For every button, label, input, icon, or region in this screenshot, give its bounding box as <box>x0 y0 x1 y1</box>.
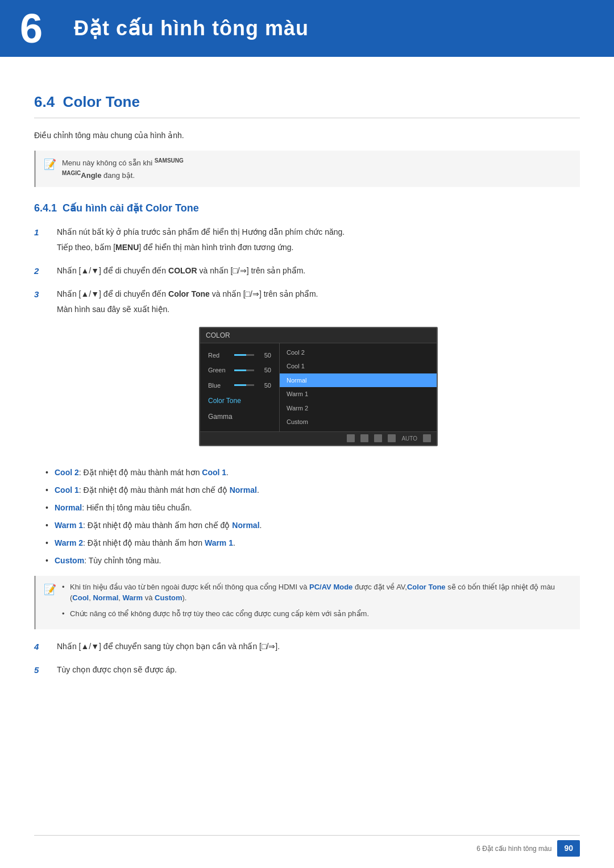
menu-left: Red 50 Green <box>200 343 280 431</box>
slider-green-value: 50 <box>258 366 271 375</box>
chapter-header: 6 Đặt cấu hình tông màu <box>0 0 614 57</box>
menu-item-color-tone[interactable]: Color Tone <box>200 393 279 409</box>
intro-text: Điều chỉnh tông màu chung của hình ảnh. <box>34 130 580 142</box>
step-4: 4 Nhấn [▲/▼] để chuyển sang tùy chọn bạn… <box>34 641 580 656</box>
slider-red-fill <box>234 354 246 356</box>
bullet-cool2-ref: Cool 1 <box>202 468 226 477</box>
note-cool-ref: Cool <box>72 593 89 602</box>
step-1-content: Nhấn nút bất kỳ ở phía trước sản phẩm để… <box>57 226 580 257</box>
step-1-number: 1 <box>34 226 57 239</box>
page-footer: 6 Đặt cấu hình tông màu 90 <box>34 835 580 857</box>
bullet-item-cool1: Cool 1: Đặt nhiệt độ màu thành mát hơn c… <box>45 484 580 496</box>
chapter-title: Đặt cấu hình tông màu <box>63 13 309 44</box>
slider-red-value: 50 <box>258 351 271 360</box>
slider-red-bar <box>234 354 254 356</box>
slider-red-label: Red <box>208 351 231 360</box>
note-box-1: 📝 Menu này không có sẵn khi SAMSUNGMAGIC… <box>34 151 580 187</box>
note-colortone-ref: Color Tone <box>407 583 446 591</box>
note-sub-2: Chức năng có thể không được hỗ trợ tùy t… <box>62 608 572 620</box>
submenu-cool1[interactable]: Cool 1 <box>280 359 437 373</box>
step-2-number: 2 <box>34 265 57 278</box>
bullet-item-cool2: Cool 2: Đặt nhiệt độ màu thành mát hơn C… <box>45 467 580 479</box>
nav-icon-2 <box>360 434 368 442</box>
slider-row-red: Red 50 <box>200 348 279 363</box>
slider-green-label: Green <box>208 366 231 375</box>
step-3-number: 3 <box>34 288 57 301</box>
steps-list: 1 Nhấn nút bất kỳ ở phía trước sản phẩm … <box>34 226 580 458</box>
note-icon-2: 📝 <box>44 582 56 597</box>
section-title: 6.4 Color Tone <box>34 91 580 118</box>
footer-text: 6 Đặt cấu hình tông màu <box>476 844 551 854</box>
note-sub-1: Khi tín hiệu đầu vào từ bên ngoài được k… <box>62 582 572 604</box>
bullet-warm2-ref: Warm 1 <box>205 538 233 547</box>
slider-blue-fill <box>234 384 246 386</box>
step-1-line-1: Nhấn nút bất kỳ ở phía trước sản phẩm để… <box>57 226 580 238</box>
bullet-list: Cool 2: Đặt nhiệt độ màu thành mát hơn C… <box>45 467 580 567</box>
note-icon-1: 📝 <box>44 157 56 172</box>
nav-icon-4 <box>388 434 396 442</box>
note-warm-ref: Warm <box>123 593 143 602</box>
submenu-warm1[interactable]: Warm 1 <box>280 387 437 401</box>
page-number: 90 <box>557 840 580 857</box>
step-4-content: Nhấn [▲/▼] để chuyển sang tùy chọn bạn c… <box>57 641 580 656</box>
step-5: 5 Tùy chọn được chọn sẽ được áp. <box>34 664 580 679</box>
monitor-bottom-bar: AUTO <box>200 431 437 445</box>
bullet-cool2-label: Cool 2 <box>55 468 79 477</box>
nav-icon-1 <box>347 434 355 442</box>
subsection-title: 6.4.1 Cấu hình cài đặt Color Tone <box>34 201 580 216</box>
slider-blue-value: 50 <box>258 381 271 391</box>
chapter-number: 6 <box>0 0 63 57</box>
step-3-line-1: Nhấn [▲/▼] để di chuyển đến Color Tone v… <box>57 288 580 300</box>
step-5-line-1: Tùy chọn được chọn sẽ được áp. <box>57 664 580 676</box>
bullet-custom-label: Custom <box>55 556 84 565</box>
menu-item-gamma[interactable]: Gamma <box>200 409 279 425</box>
nav-icon-3 <box>374 434 382 442</box>
bullet-item-warm1: Warm 1: Đặt nhiệt độ màu thành ấm hơn ch… <box>45 520 580 531</box>
step-4-line-1: Nhấn [▲/▼] để chuyển sang tùy chọn bạn c… <box>57 641 580 653</box>
step-3-content: Nhấn [▲/▼] để di chuyển đến Color Tone v… <box>57 288 580 458</box>
bullet-item-normal: Normal: Hiển thị tông màu tiêu chuẩn. <box>45 502 580 514</box>
submenu-normal[interactable]: Normal <box>280 373 437 388</box>
step-1-line-2: Tiếp theo, bấm [MENU] để hiển thị màn hì… <box>57 242 580 254</box>
slider-green-bar <box>234 369 254 371</box>
slider-blue-label: Blue <box>208 381 231 391</box>
step-3-line-2: Màn hình sau đây sẽ xuất hiện. <box>57 304 580 315</box>
bullet-normal-label: Normal <box>55 503 82 512</box>
note-custom-ref: Custom <box>155 593 182 602</box>
step-5-content: Tùy chọn được chọn sẽ được áp. <box>57 664 580 679</box>
monitor-screen: COLOR Red 50 <box>199 327 438 446</box>
step-2-content: Nhấn [▲/▼] để di chuyển đến COLOR và nhấ… <box>57 265 580 280</box>
step-5-number: 5 <box>34 664 57 677</box>
note-text-1: Menu này không có sẵn khi SAMSUNGMAGICAn… <box>62 156 184 181</box>
step-2-line-1: Nhấn [▲/▼] để di chuyển đến COLOR và nhấ… <box>57 265 580 277</box>
bullet-warm1-label: Warm 1 <box>55 521 83 530</box>
note-box-2: 📝 Khi tín hiệu đầu vào từ bên ngoài được… <box>34 576 580 630</box>
monitor-menu-bar: COLOR <box>200 328 437 343</box>
bullet-item-warm2: Warm 2: Đặt nhiệt độ màu thành ấm hơn Wa… <box>45 537 580 549</box>
note-sub-bullets: Khi tín hiệu đầu vào từ bên ngoài được k… <box>62 582 572 624</box>
step-1: 1 Nhấn nút bất kỳ ở phía trước sản phẩm … <box>34 226 580 257</box>
auto-label: AUTO <box>401 434 417 443</box>
slider-row-green: Green 50 <box>200 363 279 378</box>
submenu-warm2[interactable]: Warm 2 <box>280 401 437 416</box>
bullet-warm2-label: Warm 2 <box>55 538 83 547</box>
note-pcav-ref: PC/AV Mode <box>309 583 352 591</box>
monitor-menu-content: Red 50 Green <box>200 343 437 431</box>
slider-green-fill <box>234 369 246 371</box>
submenu-custom[interactable]: Custom <box>280 415 437 429</box>
monitor-screenshot: COLOR Red 50 <box>199 327 438 446</box>
main-content: 6.4 Color Tone Điều chỉnh tông màu chung… <box>0 57 614 721</box>
slider-blue-bar <box>234 384 254 386</box>
submenu-cool2[interactable]: Cool 2 <box>280 346 437 360</box>
bullet-cool1-label: Cool 1 <box>55 485 79 495</box>
slider-row-blue: Blue 50 <box>200 378 279 393</box>
nav-icon-5 <box>423 434 431 442</box>
menu-right: Cool 2 Cool 1 Normal Warm 1 Warm 2 Custo… <box>280 343 437 431</box>
step-3: 3 Nhấn [▲/▼] để di chuyển đến Color Tone… <box>34 288 580 458</box>
step-2: 2 Nhấn [▲/▼] để di chuyển đến COLOR và n… <box>34 265 580 280</box>
step-4-number: 4 <box>34 641 57 654</box>
bullet-warm1-ref: Normal <box>232 521 259 530</box>
bullet-cool1-ref: Normal <box>230 485 257 495</box>
note-normal-ref: Normal <box>93 593 118 602</box>
bullet-item-custom: Custom: Tùy chỉnh tông màu. <box>45 555 580 567</box>
